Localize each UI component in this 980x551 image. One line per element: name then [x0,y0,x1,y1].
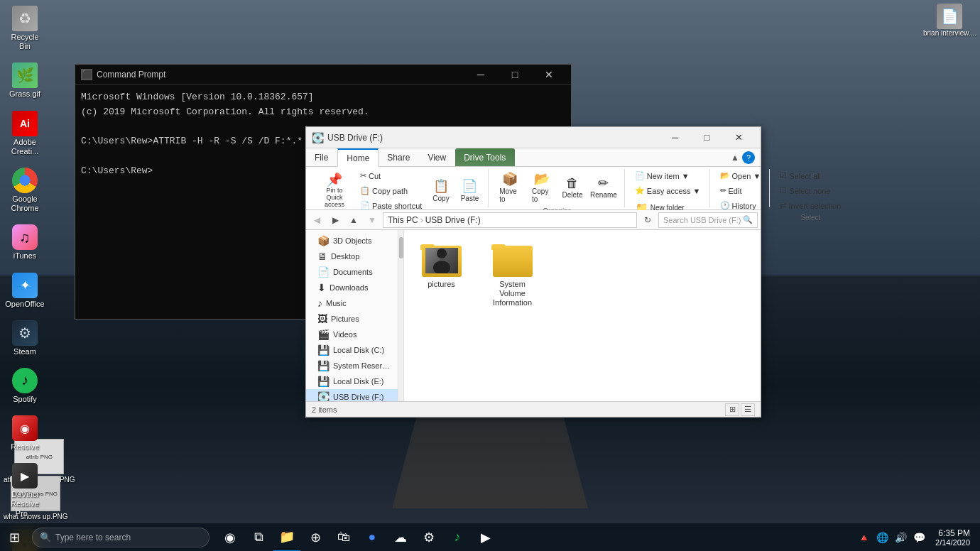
taskbar-clock[interactable]: 6:35 PM 2/14/2020 [930,528,976,547]
open-btn[interactable]: 📂 Open ▼ [716,169,766,182]
ribbon-collapse-btn[interactable]: ▲ [731,153,739,163]
invert-selection-btn[interactable]: ⇄ Invert selection [775,199,845,212]
tab-file[interactable]: File [306,148,337,166]
explorer-maximize-btn[interactable]: □ [691,128,723,148]
system-reserved-icon: 💾 [317,360,330,371]
large-icons-view-btn[interactable]: ⊞ [725,403,739,416]
up-btn[interactable]: ▲ [346,212,361,228]
pin-to-quick-btn[interactable]: 📌 Pin to Quick access [315,170,354,212]
taskbar-spotify[interactable]: ♪ [444,523,471,552]
cut-btn[interactable]: ✂ Cut [356,169,426,182]
copy-btn[interactable]: 📋 Copy [428,176,454,205]
taskbar-steam[interactable]: ⚙ [415,523,442,552]
explorer-minimize-btn[interactable]: ─ [659,128,691,148]
select-none-btn[interactable]: ☐ Select none [775,184,834,197]
tray-network-icon[interactable]: 🌐 [874,527,890,548]
taskbar-task-view[interactable]: ⧉ [245,523,272,552]
status-text: 2 items [312,405,337,414]
tray-expand-btn[interactable]: 🔺 [856,527,871,548]
spotify-desktop-icon[interactable]: ♪ Spotify [4,366,46,406]
sidebar-scroll-thumb[interactable] [399,237,403,258]
pictures-sidebar-label: Pictures [331,315,359,323]
tab-view[interactable]: View [419,148,455,166]
clipboard-group: 📌 Pin to Quick access ✂ Cut 📋 Copy path [310,169,489,207]
start-button[interactable]: ⊞ [0,523,28,552]
tab-home[interactable]: Home [337,148,379,167]
address-path-field[interactable]: This PC › USB Drive (F:) [383,212,637,228]
tab-drive-tools[interactable]: Drive Tools [455,148,515,166]
local-c-label: Local Disk (C:) [333,346,384,354]
open-label: Open ▼ [732,172,761,180]
tray-action-center-icon[interactable]: 💬 [911,527,927,548]
edit-btn[interactable]: ✏ Edit [716,184,746,197]
taskbar-edge[interactable]: ⊕ [302,523,329,552]
forward-btn[interactable]: ▶ [327,212,343,228]
sidebar-item-3d-objects[interactable]: 📦 3D Objects [306,233,398,249]
cmd-minimize-btn[interactable]: ─ [464,65,497,84]
top-right-document-icon[interactable]: 📄 brian interview.... [923,4,976,37]
select-all-btn[interactable]: ☑ Select all [775,169,825,182]
rename-btn[interactable]: ✏ Rename [587,173,620,202]
cmd-titlebar[interactable]: ⬛ Command Prompt ─ □ ✕ [75,65,571,84]
davinci-icon[interactable]: ▶ DaVinci Resolve Pro... [4,461,46,520]
recycle-bin-icon[interactable]: ♻ Recycle Bin [4,4,46,53]
refresh-btn[interactable]: ↻ [640,212,655,228]
taskbar-cortana[interactable]: ◉ [217,523,244,552]
ribbon-tabs: File Home Share View Drive Tools ▲ ? [306,148,761,167]
back-btn[interactable]: ◀ [309,212,325,228]
sidebar-item-usb-f[interactable]: 💽 USB Drive (F:) [306,389,398,401]
select-group: ☑ Select all ☐ Select none ⇄ Invert sele… [771,169,849,207]
invert-icon: ⇄ [780,201,786,210]
sidebar-item-pictures[interactable]: 🖼 Pictures [306,311,398,327]
path-this-pc: This PC [388,215,418,225]
grass-gif-icon[interactable]: 🌿 Grass.gif [4,60,46,101]
organize-group: 📦 Move to 📂 Copy to 🗑 Delete ✏ [490,169,625,207]
sidebar-item-system-reserved[interactable]: 💾 System Reserved (D:) [306,358,398,373]
sidebar-item-videos[interactable]: 🎬 Videos [306,327,398,342]
adobe-icon[interactable]: Ai Adobe Creati... [4,109,46,158]
svg-point-0 [437,249,447,258]
copy-path-btn[interactable]: 📋 Copy path [356,184,426,197]
taskbar-onedrive[interactable]: ☁ [387,523,414,552]
tray-volume-icon[interactable]: 🔊 [893,527,908,548]
cmd-close-btn[interactable]: ✕ [533,65,565,84]
explorer-close-btn[interactable]: ✕ [723,128,755,148]
pictures-folder-item[interactable]: pictures [411,237,472,312]
sidebar-item-local-e[interactable]: 💾 Local Disk (E:) [306,373,398,389]
taskbar-file-explorer[interactable]: 📁 [273,523,300,552]
copy-to-btn[interactable]: 📂 Copy to [527,169,557,206]
tab-share[interactable]: Share [379,148,419,166]
taskbar-media[interactable]: ▶ [472,523,499,552]
sidebar-item-local-c[interactable]: 💾 Local Disk (C:) [306,342,398,358]
taskbar-store[interactable]: 🛍 [330,523,357,552]
itunes-icon[interactable]: ♫ iTunes [4,222,46,263]
details-view-btn[interactable]: ☰ [741,403,755,416]
easy-access-btn[interactable]: ⭐ Easy access ▼ [631,184,705,197]
sidebar-scrollbar[interactable] [398,230,404,401]
move-to-btn[interactable]: 📦 Move to [494,169,526,206]
chrome-desktop-icon[interactable]: Google Chrome [4,165,46,215]
taskbar-chrome[interactable]: ● [359,523,386,552]
system-volume-folder-item[interactable]: System Volume Information [482,237,543,312]
delete-btn[interactable]: 🗑 Delete [559,173,586,202]
open-buttons: 📂 Open ▼ ✏ Edit 🕐 History [716,169,766,212]
resolve-icon[interactable]: ◉ Resolve [4,413,46,454]
taskbar: ⊞ 🔍 Type here to search ◉ ⧉ 📁 ⊕ 🛍 ● ☁ ⚙ … [0,523,980,551]
openoffice-icon[interactable]: ✦ OpenOffice [4,271,46,311]
organize-buttons: 📦 Move to 📂 Copy to 🗑 Delete ✏ [494,169,620,206]
sidebar-item-downloads[interactable]: ⬇ Downloads [306,280,398,295]
new-item-btn[interactable]: 📄 New item ▼ [631,169,694,182]
steam-desktop-icon[interactable]: ⚙ Steam [4,318,46,359]
sidebar-item-documents[interactable]: 📄 Documents [306,264,398,280]
sidebar-item-desktop[interactable]: 🖥 Desktop [306,249,398,264]
ribbon-help-btn[interactable]: ? [742,151,755,164]
cmd-maximize-btn[interactable]: □ [499,65,531,84]
select-none-icon: ☐ [780,186,787,195]
cut-label: Cut [369,172,381,180]
paste-btn[interactable]: 📄 Paste [456,176,484,205]
taskbar-search[interactable]: 🔍 Type here to search [32,528,209,547]
search-box[interactable]: Search USB Drive (F:) 🔍 [658,212,758,228]
recent-locations-btn[interactable]: ▼ [364,212,380,228]
explorer-titlebar[interactable]: 💽 USB Drive (F:) ─ □ ✕ [306,127,761,148]
sidebar-item-music[interactable]: ♪ Music [306,295,398,311]
